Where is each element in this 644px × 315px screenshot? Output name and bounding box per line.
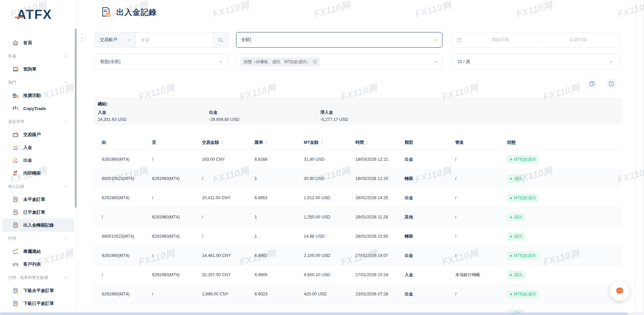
status-dot-icon bbox=[510, 178, 512, 180]
sidebar-item[interactable]: 出金 bbox=[2, 154, 75, 167]
sort-caret-icon[interactable] bbox=[265, 140, 268, 145]
sidebar-section-label: 熱門 bbox=[8, 80, 16, 85]
table-row[interactable]: 6291960(MT4) / 183.00 CNY 6.8168 31.80 U… bbox=[93, 150, 622, 169]
chevron-down-icon bbox=[434, 60, 438, 64]
column-header[interactable]: 類型 bbox=[405, 140, 455, 146]
cell-channel: / bbox=[455, 195, 507, 200]
table-row[interactable]: 680010523(MT4) 6291960(MT4) / 1 14.98 US… bbox=[93, 227, 622, 246]
sub-closed-orders-icon bbox=[12, 300, 19, 307]
promo-gift-icon bbox=[12, 92, 19, 99]
account-filter-select[interactable]: 全部 bbox=[236, 32, 442, 48]
horizontal-scrollbar[interactable] bbox=[0, 312, 644, 315]
vertical-scrollbar[interactable] bbox=[635, 0, 644, 315]
cell-time: 28/01/2026 14:25 bbox=[355, 195, 405, 200]
sidebar-item[interactable]: 查詢單 bbox=[2, 63, 75, 76]
column-header[interactable]: 由 bbox=[102, 140, 152, 146]
column-header[interactable]: MT金額 bbox=[304, 140, 355, 146]
status-badge: MT扣款成功 bbox=[507, 252, 539, 260]
cell-time: 23/01/2026 07:26 bbox=[355, 292, 405, 296]
sort-caret-icon[interactable] bbox=[320, 140, 323, 145]
cell-time: 27/01/2026 14:07 bbox=[355, 253, 405, 258]
column-header[interactable]: 匯率 bbox=[255, 140, 304, 146]
sidebar-item[interactable]: 首頁 bbox=[2, 36, 75, 49]
sidebar-item[interactable]: 專屬連結 bbox=[2, 245, 75, 258]
withdraw-icon bbox=[12, 157, 19, 164]
column-header[interactable]: 時間 bbox=[355, 140, 405, 146]
status-filter-select[interactable]: 狀態（待審核、成功、MT扣款成功） bbox=[236, 54, 442, 70]
cell-channel: / bbox=[455, 234, 507, 239]
close-circle-icon[interactable] bbox=[313, 59, 317, 64]
status-badge: MT扣款成功 bbox=[507, 194, 539, 202]
page-size-select[interactable]: 10 / 頁 bbox=[451, 54, 620, 70]
table-row[interactable]: 6291960(MT4) / 10,411.00 CNY 6.8853 1,51… bbox=[93, 188, 622, 208]
cell-type: 轉賬 bbox=[405, 176, 455, 182]
chevron-up-icon[interactable] bbox=[64, 275, 68, 280]
column-header[interactable]: 狀態 bbox=[507, 140, 622, 146]
sidebar-item[interactable]: 出入金轉賬記錄 bbox=[2, 219, 75, 232]
sidebar-item[interactable]: 已平倉訂單 bbox=[2, 206, 75, 219]
export-button[interactable] bbox=[606, 78, 617, 89]
status-dot-icon bbox=[510, 197, 512, 199]
collapse-sidebar-button[interactable]: ‹ bbox=[79, 34, 86, 41]
home-icon bbox=[12, 40, 19, 46]
inquiry-icon bbox=[12, 66, 19, 73]
sidebar-section-label: 資金管理 bbox=[8, 119, 24, 125]
search-button[interactable] bbox=[213, 32, 228, 47]
main-content: 出入金記錄 交易帳戶 全部 開始日期 - 結束日期 類型(全部) 狀態（待審核、… bbox=[79, 0, 635, 315]
table-row[interactable]: / 6291960(MT4) / 1 1,250.00 USD 28/01/20… bbox=[93, 208, 622, 227]
sidebar-section-label: 代理 bbox=[8, 236, 16, 241]
horizontal-scrollbar-thumb[interactable] bbox=[0, 313, 628, 315]
cell-amount: 32,157.00 CNY bbox=[202, 272, 255, 277]
copy-button[interactable] bbox=[587, 78, 597, 89]
chevron-up-icon[interactable] bbox=[64, 80, 68, 84]
column-header[interactable]: 交易金額 bbox=[202, 140, 255, 146]
sidebar-item[interactable]: 未平倉訂單 bbox=[2, 193, 75, 206]
table-row[interactable]: / 6291960(MT4) 32,157.00 CNY 6.9905 4,60… bbox=[93, 265, 622, 285]
client-list-icon bbox=[12, 261, 19, 268]
sidebar-item[interactable]: 推廣活動 bbox=[2, 89, 75, 102]
sidebar-item[interactable]: CopyTrade bbox=[2, 102, 75, 115]
cell-from: 6291960(MT4) bbox=[102, 253, 152, 258]
sidebar-scrollbar[interactable] bbox=[75, 29, 77, 208]
chevron-down-icon bbox=[609, 60, 613, 64]
cell-amount: 14,461.00 CNY bbox=[202, 253, 255, 258]
chat-button[interactable] bbox=[610, 281, 630, 301]
sidebar-item[interactable]: 下級已平倉訂單 bbox=[2, 297, 75, 310]
status-badge: MT扣款成功 bbox=[507, 155, 539, 164]
table-row[interactable]: 6291960(MT4) / 14,461.00 CNY 6.8862 2,10… bbox=[93, 246, 622, 265]
status-badge: 成功 bbox=[507, 232, 525, 241]
cell-from: 6291960(MT4) bbox=[102, 292, 152, 296]
sidebar-item[interactable]: 客戶列表 bbox=[2, 258, 75, 271]
sidebar-section-label: 個人記錄 bbox=[8, 184, 24, 189]
type-filter-select[interactable]: 類型(全部) bbox=[94, 54, 229, 70]
sort-caret-icon[interactable] bbox=[366, 140, 369, 145]
records-table: 由 至 交易金額 匯率 MT金額 時間 類型 管道 bbox=[93, 136, 622, 315]
account-type-select[interactable]: 交易帳戶 bbox=[95, 32, 136, 47]
sidebar-item[interactable]: 內部轉賬 bbox=[2, 167, 75, 180]
sidebar-item[interactable]: 交易賬戶 bbox=[2, 128, 75, 141]
start-date-input[interactable]: 開始日期 bbox=[465, 37, 536, 43]
chevron-up-icon[interactable] bbox=[64, 120, 68, 124]
chevron-up-icon[interactable] bbox=[64, 54, 68, 58]
summary-title: 總結: bbox=[98, 101, 108, 107]
table-row[interactable]: 680010523(MT4) 6291960(MT4) / 1 30.90 US… bbox=[93, 169, 622, 188]
chevron-up-icon[interactable] bbox=[64, 184, 68, 188]
cell-to: 6291960(MT4) bbox=[152, 176, 202, 181]
table-row[interactable]: 6291960(MT4) / 2,899.00 CNY 6.9023 420.0… bbox=[93, 285, 622, 304]
end-date-input[interactable]: 結束日期 bbox=[543, 37, 614, 43]
sidebar-item[interactable]: 下級未平倉訂單 bbox=[2, 284, 75, 297]
chevron-up-icon[interactable] bbox=[64, 236, 68, 240]
status-filter-tag: 狀態（待審核、成功、MT扣款成功） bbox=[240, 57, 320, 67]
search-input[interactable] bbox=[136, 37, 213, 43]
status-dot-icon bbox=[510, 255, 512, 257]
sort-caret-icon[interactable] bbox=[221, 140, 224, 145]
cell-to: 6291960(MT4) bbox=[152, 272, 202, 277]
cell-mt-amount: 1,250.00 USD bbox=[304, 215, 355, 219]
internal-transfer-icon bbox=[12, 170, 19, 177]
chevron-left-icon: ‹ bbox=[82, 35, 83, 40]
date-range-picker[interactable]: 開始日期 - 結束日期 bbox=[451, 32, 620, 48]
cell-from: 6291960(MT4) bbox=[102, 157, 152, 162]
column-header[interactable]: 管道 bbox=[455, 140, 507, 146]
sidebar-item[interactable]: 入金 bbox=[2, 141, 75, 154]
column-header[interactable]: 至 bbox=[152, 140, 202, 146]
